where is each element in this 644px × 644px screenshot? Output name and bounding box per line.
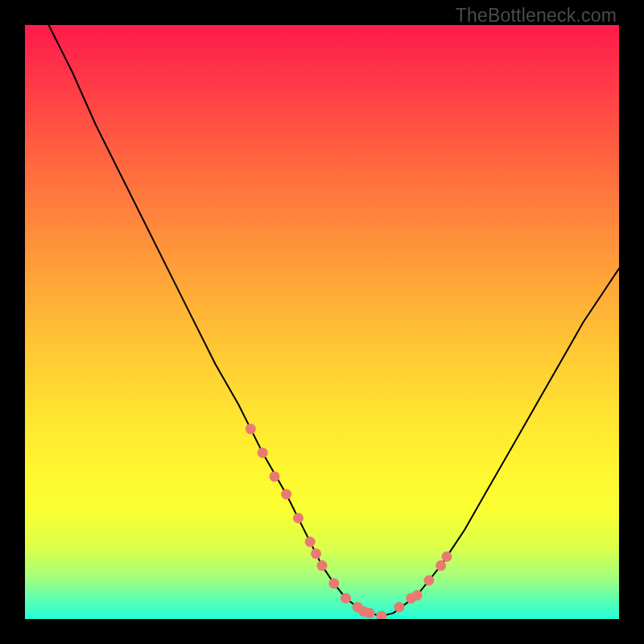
highlight-dot (442, 551, 452, 562)
highlight-dot (394, 602, 404, 613)
highlight-dot (293, 513, 303, 523)
highlight-dot (246, 423, 256, 434)
bottleneck-curve (25, 25, 619, 619)
highlight-dot (341, 593, 351, 604)
highlight-dot (436, 560, 446, 571)
highlight-dot (305, 537, 316, 547)
highlight-dot (258, 448, 268, 458)
highlight-dot (270, 471, 280, 481)
watermark-text: TheBottleneck.com (456, 5, 617, 27)
highlight-dot (365, 608, 375, 618)
highlight-dot (412, 590, 423, 601)
highlight-dot (281, 489, 291, 500)
highlight-dot (328, 578, 339, 588)
curve-path (49, 25, 620, 616)
highlight-dot (423, 576, 434, 586)
chart-frame: TheBottleneck.com (0, 0, 644, 644)
plot-area (25, 25, 619, 619)
highlight-dot (376, 611, 386, 619)
highlight-dot (311, 548, 321, 559)
highlight-dot (317, 560, 328, 571)
